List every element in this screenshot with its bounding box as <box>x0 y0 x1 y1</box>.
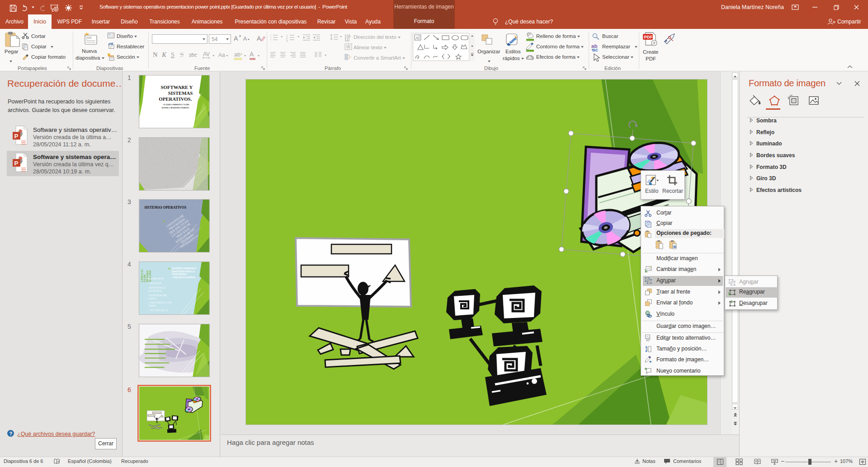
svg-text:TIPOS: TIPOS <box>148 297 156 300</box>
svg-text:-SEMÁNTICA: -SEMÁNTICA <box>148 286 166 289</box>
svg-text:ESTÁTICA: ESTÁTICA <box>148 289 162 292</box>
svg-text:MACIÓN: MACIÓN <box>148 270 151 282</box>
svg-text:PDF: PDF <box>644 34 653 39</box>
svg-text:3: 3 <box>286 40 288 42</box>
svg-text:A: A <box>234 35 238 42</box>
svg-text:A: A <box>348 34 351 38</box>
svg-text:-ESTÁTICOS &: -ESTÁTICOS & <box>149 308 168 312</box>
svg-text:TIPOS: TIPOS <box>148 304 156 307</box>
svg-text:DISEÑADO POR LA: DISEÑADO POR LA <box>172 270 194 273</box>
svg-text:A: A <box>415 36 418 40</box>
svg-text:OPERATIVOS.: OPERATIVOS. <box>159 96 192 102</box>
svg-text:-SINTAXIS: -SINTAXIS <box>148 282 162 285</box>
svg-text:N: N <box>153 51 158 58</box>
svg-text:AV: AV <box>203 51 210 57</box>
svg-text:SISTEMAS OPERATIVOS: SISTEMAS OPERATIVOS <box>144 205 187 210</box>
svg-text:ELEMENTOS: ELEMENTOS <box>147 277 165 280</box>
svg-text:SISTEMA ANDREINA: SISTEMA ANDREINA <box>172 267 196 270</box>
svg-text:CLAUDIA ANDREINA CACHO: CLAUDIA ANDREINA CACHO <box>163 103 189 106</box>
svg-text:P: P <box>14 160 19 167</box>
svg-text:A: A <box>257 35 261 42</box>
svg-text:DANIELA MARTINEZ NOREÑA: DANIELA MARTINEZ NOREÑA <box>161 107 189 109</box>
svg-text:P: P <box>14 133 19 140</box>
svg-text:S: S <box>180 51 184 58</box>
svg-text:A: A <box>250 51 254 58</box>
svg-text:+CREATIVA GENIAL: +CREATIVA GENIAL <box>172 276 196 279</box>
svg-text:SOFTWARE Y: SOFTWARE Y <box>161 84 193 90</box>
svg-text:A: A <box>243 36 247 42</box>
svg-text:Aa: Aa <box>218 52 225 58</box>
svg-text:-SISTEMAS DE: -SISTEMAS DE <box>148 294 167 297</box>
svg-text:?: ? <box>9 431 13 436</box>
svg-text:abc: abc <box>189 51 197 58</box>
svg-text:ab: ab <box>234 51 241 58</box>
svg-text:K: K <box>161 51 167 58</box>
svg-text:S: S <box>171 51 175 58</box>
svg-text:SISTEMAS: SISTEMAS <box>168 90 193 96</box>
svg-text:INGENIERIA: INGENIERIA <box>172 273 187 276</box>
svg-text:-CON TIPOS & SIN: -CON TIPOS & SIN <box>148 301 172 304</box>
svg-text:ac: ac <box>592 47 598 52</box>
